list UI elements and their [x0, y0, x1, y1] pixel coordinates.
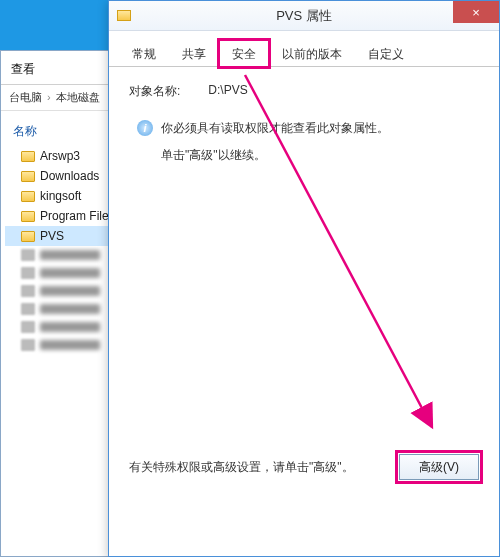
tab-custom[interactable]: 自定义: [355, 40, 417, 67]
list-item-redacted: [5, 264, 125, 282]
advanced-hint: 有关特殊权限或高级设置，请单击"高级"。: [129, 459, 354, 476]
folder-icon: [21, 191, 35, 202]
info-icon: i: [137, 120, 153, 136]
dialog-title: PVS 属性: [109, 7, 499, 25]
list-item-label: Program Files: [40, 209, 115, 223]
tab-previous-versions[interactable]: 以前的版本: [269, 40, 355, 67]
advanced-button[interactable]: 高级(V): [399, 454, 479, 480]
advanced-row: 有关特殊权限或高级设置，请单击"高级"。 高级(V): [129, 454, 479, 480]
object-name-value: D:\PVS: [208, 83, 247, 100]
folder-icon: [21, 231, 35, 242]
list-item[interactable]: Downloads: [5, 166, 125, 186]
tab-share[interactable]: 共享: [169, 40, 219, 67]
watermark-text: 系统之家: [436, 533, 492, 551]
list-item-redacted: [5, 282, 125, 300]
chevron-right-icon: ›: [47, 91, 51, 103]
titlebar[interactable]: PVS 属性 ×: [109, 1, 499, 31]
object-name-row: 对象名称: D:\PVS: [129, 83, 479, 100]
list-item[interactable]: Program Files: [5, 206, 125, 226]
close-button[interactable]: ×: [453, 1, 499, 23]
list-item-label: PVS: [40, 229, 64, 243]
tabstrip: 常规 共享 安全 以前的版本 自定义: [109, 31, 499, 67]
list-item-label: kingsoft: [40, 189, 81, 203]
properties-dialog: PVS 属性 × 常规 共享 安全 以前的版本 自定义 对象名称: D:\PVS…: [108, 0, 500, 557]
breadcrumb-part: 本地磁盘: [56, 91, 100, 103]
list-item[interactable]: kingsoft: [5, 186, 125, 206]
list-item-selected[interactable]: PVS: [5, 226, 125, 246]
watermark: 系统之家: [410, 533, 492, 551]
list-item-redacted: [5, 246, 125, 264]
tab-general[interactable]: 常规: [119, 40, 169, 67]
object-name-label: 对象名称:: [129, 83, 180, 100]
info-message: i 你必须具有读取权限才能查看此对象属性。: [137, 120, 479, 137]
dialog-body: 对象名称: D:\PVS i 你必须具有读取权限才能查看此对象属性。 单击"高级…: [109, 67, 499, 557]
info-sub-text: 单击"高级"以继续。: [161, 147, 479, 164]
ribbon-tab-view[interactable]: 查看: [1, 55, 45, 84]
breadcrumb-part: 台电脑: [9, 91, 42, 103]
tab-security[interactable]: 安全: [219, 40, 269, 67]
list-item-redacted: [5, 300, 125, 318]
list-item-label: Arswp3: [40, 149, 80, 163]
folder-icon: [21, 211, 35, 222]
folder-icon: [21, 171, 35, 182]
folder-icon: [21, 151, 35, 162]
list-item-redacted: [5, 318, 125, 336]
list-item[interactable]: Arswp3: [5, 146, 125, 166]
watermark-logo-icon: [410, 533, 432, 551]
list-item-redacted: [5, 336, 125, 354]
column-header-name[interactable]: 名称: [5, 119, 125, 146]
info-text: 你必须具有读取权限才能查看此对象属性。: [161, 120, 389, 137]
list-item-label: Downloads: [40, 169, 99, 183]
